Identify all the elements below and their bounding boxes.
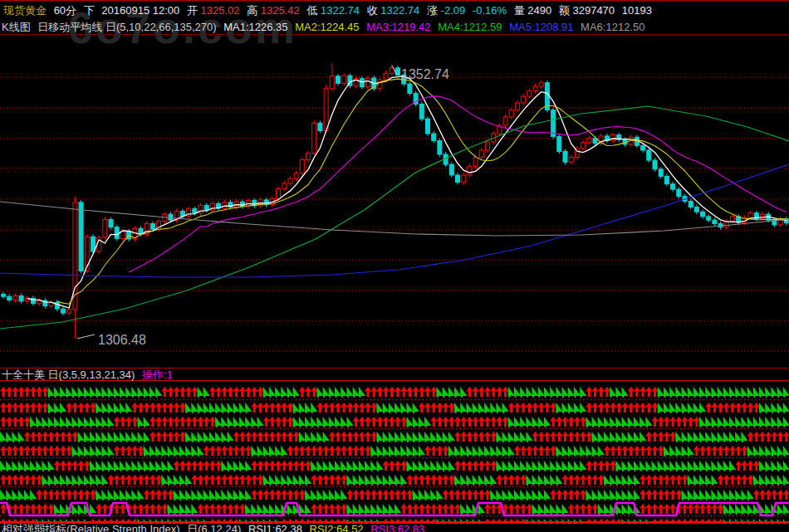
ma4-value: MA4:1212.59 bbox=[438, 21, 502, 33]
volume-value: 2490 bbox=[527, 4, 551, 17]
ma-legend-bar: K线图 日移动平均线 日(5,10,22,66,135,270) MA1:122… bbox=[0, 21, 789, 34]
change-pct: -0.16% bbox=[473, 4, 507, 17]
low-value: 1322.74 bbox=[321, 4, 360, 17]
indicator-operation: 操作:1 bbox=[142, 368, 173, 381]
bar-datetime: 20160915 12:00 bbox=[101, 4, 179, 17]
signal-arrows-panel[interactable] bbox=[0, 381, 789, 524]
low-label: 低 bbox=[306, 4, 317, 17]
change-label: 涨 bbox=[427, 4, 438, 17]
rsi-settings[interactable]: 日(6,12,24) bbox=[187, 524, 241, 532]
low-annotation: 1306.48 bbox=[98, 333, 146, 347]
ma1-value: MA1:1226.35 bbox=[223, 21, 287, 33]
amount-value: 3297470 bbox=[572, 4, 615, 17]
extra-value: 10193 bbox=[622, 4, 652, 17]
direction-flag: 下 bbox=[84, 4, 95, 17]
indicator-header: 十全十美 日(3,5,9,13,21,34) 操作:1 bbox=[0, 369, 789, 381]
rsi3-value: RSI3:62.83 bbox=[370, 524, 424, 532]
close-label: 收 bbox=[367, 4, 378, 17]
kline-label[interactable]: K线图 bbox=[2, 21, 31, 33]
ma2-value: MA2:1224.45 bbox=[295, 21, 359, 33]
rsi-name[interactable]: 相对强弱指标(Relative Strenth Index) bbox=[2, 524, 180, 532]
high-annotation: 1352.74 bbox=[401, 67, 449, 81]
rsi1-value: RSI1:62.38 bbox=[248, 524, 302, 532]
rsi-footer-bar: 相对强弱指标(Relative Strenth Index) 日(6,12,24… bbox=[0, 524, 789, 532]
high-label: 高 bbox=[247, 4, 257, 17]
change-value: -2.09 bbox=[441, 4, 466, 17]
trading-app-window: 6o7o.com 现货黄金 60分 下 20160915 12:00 开 132… bbox=[0, 0, 789, 532]
indicator-title[interactable]: 十全十美 日(3,5,9,13,21,34) bbox=[2, 368, 135, 381]
ma-settings[interactable]: 日移动平均线 日(5,10,22,66,135,270) bbox=[37, 21, 216, 33]
ma5-value: MA5:1208.91 bbox=[509, 21, 573, 33]
ma3-value: MA3:1219.42 bbox=[366, 21, 430, 33]
top-border-line bbox=[0, 0, 789, 1]
amount-label: 额 bbox=[559, 4, 570, 17]
period-label[interactable]: 60分 bbox=[54, 4, 76, 17]
candlestick-chart[interactable]: 1352.74 1306.48 bbox=[0, 35, 789, 368]
open-value: 1325.02 bbox=[201, 4, 240, 17]
ma6-value: MA6:1212.50 bbox=[581, 21, 644, 33]
rsi2-value: RSI2:64.52 bbox=[310, 524, 364, 532]
volume-label: 量 bbox=[514, 4, 525, 17]
close-value: 1322.74 bbox=[380, 4, 419, 17]
open-label: 开 bbox=[187, 4, 198, 17]
high-value: 1325.42 bbox=[261, 4, 300, 17]
ticker-bar: 现货黄金 60分 下 20160915 12:00 开 1325.02 高 13… bbox=[0, 2, 789, 19]
symbol-name: 现货黄金 bbox=[3, 4, 47, 17]
